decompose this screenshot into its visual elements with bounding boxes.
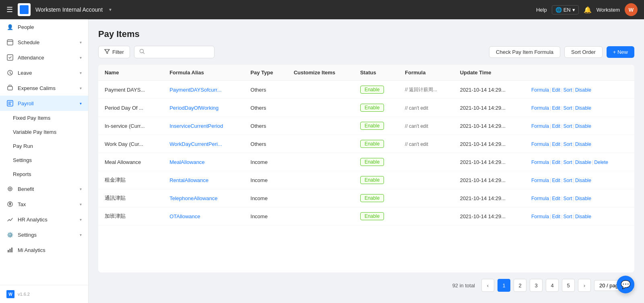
action-sort-link[interactable]: Sort bbox=[564, 214, 572, 219]
action-separator: | bbox=[550, 141, 551, 147]
action-edit-link[interactable]: Edit bbox=[552, 87, 560, 93]
cell-formula-alias: InserviceCurrentPeriod bbox=[163, 117, 244, 135]
col-name: Name bbox=[98, 65, 163, 81]
prev-page-button[interactable]: ‹ bbox=[481, 279, 494, 292]
sort-order-button[interactable]: Sort Order bbox=[564, 46, 603, 58]
action-sort-link[interactable]: Sort bbox=[564, 196, 572, 201]
action-edit-link[interactable]: Edit bbox=[552, 196, 560, 201]
action-disable-link[interactable]: Disable bbox=[575, 178, 591, 183]
sidebar-item-tax[interactable]: Tax ▾ bbox=[0, 197, 88, 212]
notification-bell[interactable]: 🔔 bbox=[584, 6, 592, 14]
action-delete-link[interactable]: Delete bbox=[594, 160, 608, 165]
expense-icon bbox=[6, 84, 14, 92]
lang-arrow: ▾ bbox=[572, 7, 575, 13]
sidebar-item-mi-analytics[interactable]: Mi Analytics bbox=[0, 242, 88, 258]
action-edit-link[interactable]: Edit bbox=[552, 105, 560, 111]
menu-icon[interactable]: ☰ bbox=[6, 5, 13, 14]
action-disable-link[interactable]: Disable bbox=[575, 105, 591, 111]
sidebar-item-expense[interactable]: Expense Calims ▾ bbox=[0, 80, 88, 96]
topbar-dropdown-arrow[interactable]: ▾ bbox=[109, 7, 111, 12]
sidebar-item-hr-analytics[interactable]: HR Analytics ▾ bbox=[0, 212, 88, 227]
action-formula-link[interactable]: Formula bbox=[531, 178, 549, 183]
search-field[interactable] bbox=[134, 46, 215, 58]
sidebar-item-people[interactable]: 👤 People bbox=[0, 19, 88, 35]
sidebar-item-attendance[interactable]: Attendance ▾ bbox=[0, 50, 88, 65]
action-sort-link[interactable]: Sort bbox=[564, 105, 572, 111]
language-selector[interactable]: 🌐 EN ▾ bbox=[552, 5, 579, 14]
action-disable-link[interactable]: Disable bbox=[575, 160, 591, 165]
benefit-expand-icon: ▾ bbox=[80, 187, 82, 191]
col-pay-type: Pay Type bbox=[244, 65, 287, 81]
action-disable-link[interactable]: Disable bbox=[575, 196, 591, 201]
action-separator: | bbox=[550, 177, 551, 183]
page-1-button[interactable]: 1 bbox=[497, 279, 510, 292]
cell-name: 加班津貼 bbox=[98, 207, 163, 225]
action-sort-link[interactable]: Sort bbox=[564, 87, 572, 93]
formula-text: // can't edit bbox=[405, 141, 428, 147]
pagination: 92 in total ‹ 1 2 3 4 5 › 20 / page 50 /… bbox=[98, 272, 634, 293]
help-link[interactable]: Help bbox=[536, 7, 547, 13]
action-edit-link[interactable]: Edit bbox=[552, 160, 560, 165]
action-formula-link[interactable]: Formula bbox=[531, 105, 549, 111]
action-formula-link[interactable]: Formula bbox=[531, 141, 549, 147]
new-button[interactable]: + New bbox=[607, 46, 634, 58]
sidebar-item-schedule[interactable]: Schedule ▾ bbox=[0, 35, 88, 50]
page-4-button[interactable]: 4 bbox=[546, 279, 559, 292]
page-5-button[interactable]: 5 bbox=[562, 279, 575, 292]
action-formula-link[interactable]: Formula bbox=[531, 160, 549, 165]
filter-button[interactable]: Filter bbox=[98, 46, 130, 58]
chat-bubble-button[interactable]: 💬 bbox=[617, 276, 634, 293]
action-formula-link[interactable]: Formula bbox=[531, 196, 549, 201]
action-separator: | bbox=[550, 213, 551, 219]
action-sort-link[interactable]: Sort bbox=[564, 160, 572, 165]
svg-rect-8 bbox=[10, 249, 11, 252]
status-badge: Enable bbox=[360, 194, 384, 202]
cell-update-time: 2021-10-14 14:29... bbox=[454, 99, 525, 117]
action-disable-link[interactable]: Disable bbox=[575, 141, 591, 147]
sidebar-item-settings-payroll[interactable]: Settings bbox=[0, 153, 88, 167]
action-disable-link[interactable]: Disable bbox=[575, 214, 591, 219]
sidebar-item-variable-pay-items[interactable]: Variable Pay Items bbox=[0, 125, 88, 139]
action-sort-link[interactable]: Sort bbox=[564, 123, 572, 129]
action-formula-link[interactable]: Formula bbox=[531, 87, 549, 93]
action-disable-link[interactable]: Disable bbox=[575, 123, 591, 129]
action-disable-link[interactable]: Disable bbox=[575, 87, 591, 93]
action-edit-link[interactable]: Edit bbox=[552, 214, 560, 219]
cell-formula bbox=[398, 207, 454, 225]
action-formula-link[interactable]: Formula bbox=[531, 123, 549, 129]
sidebar-item-payroll[interactable]: Payroll ▾ bbox=[0, 96, 88, 111]
page-3-button[interactable]: 3 bbox=[530, 279, 543, 292]
cell-formula: // can't edit bbox=[398, 117, 454, 135]
sidebar-item-fixed-pay-items[interactable]: Fixed Pay Items bbox=[0, 111, 88, 125]
sidebar-item-settings[interactable]: ⚙️ Settings ▾ bbox=[0, 227, 88, 242]
sidebar-label-settings: Settings bbox=[18, 232, 76, 238]
pagination-total: 92 in total bbox=[452, 283, 475, 289]
sidebar-item-leave[interactable]: Leave ▾ bbox=[0, 65, 88, 80]
page-2-button[interactable]: 2 bbox=[514, 279, 526, 292]
action-edit-link[interactable]: Edit bbox=[552, 123, 560, 129]
action-formula-link[interactable]: Formula bbox=[531, 214, 549, 219]
action-edit-link[interactable]: Edit bbox=[552, 141, 560, 147]
sidebar-label-benefit: Benefit bbox=[18, 186, 76, 192]
filter-icon bbox=[104, 49, 110, 55]
next-page-button[interactable]: › bbox=[578, 279, 591, 292]
sidebar-item-reports[interactable]: Reports bbox=[0, 167, 88, 181]
cell-formula bbox=[398, 171, 454, 189]
cell-pay-type: Income bbox=[244, 171, 287, 189]
mi-analytics-icon bbox=[6, 246, 14, 254]
user-avatar[interactable]: W bbox=[625, 3, 638, 16]
action-edit-link[interactable]: Edit bbox=[552, 178, 560, 183]
sidebar-item-benefit[interactable]: Benefit ▾ bbox=[0, 181, 88, 197]
sidebar: 👤 People Schedule ▾ Attendance ▾ Leave ▾ bbox=[0, 19, 89, 303]
sidebar-item-pay-run[interactable]: Pay Run bbox=[0, 139, 88, 153]
cell-name: Period Day Of ... bbox=[98, 99, 163, 117]
payroll-icon bbox=[6, 100, 14, 107]
check-formula-button[interactable]: Check Pay Item Formula bbox=[489, 46, 560, 58]
cell-status: Enable bbox=[354, 135, 398, 153]
action-sort-link[interactable]: Sort bbox=[564, 178, 572, 183]
status-badge: Enable bbox=[360, 176, 384, 184]
action-sort-link[interactable]: Sort bbox=[564, 141, 572, 147]
formula-text: // can't edit bbox=[405, 123, 428, 129]
cell-actions: Formula|Edit|Sort|Disable bbox=[525, 99, 634, 117]
search-input[interactable] bbox=[147, 49, 209, 55]
